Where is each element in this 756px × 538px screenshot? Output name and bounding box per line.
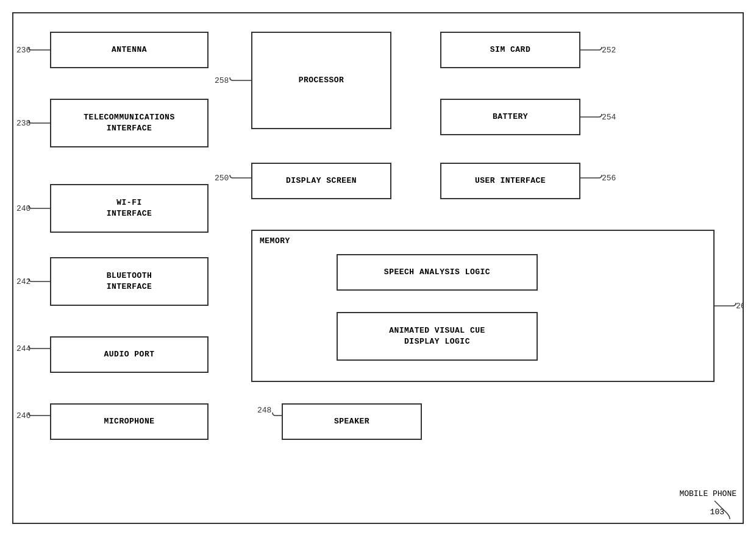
svg-text:256: 256 <box>602 174 616 183</box>
audio-block: AUDIO PORT <box>50 336 209 373</box>
battery-block: BATTERY <box>440 99 580 135</box>
mobile-phone-ref: 103 <box>710 508 724 517</box>
animated-block: ANIMATED VISUAL CUE DISPLAY LOGIC <box>337 312 538 361</box>
wifi-block: WI-FI INTERFACE <box>50 184 209 233</box>
svg-text:254: 254 <box>602 113 616 122</box>
diagram-container: 236 238 240 242 244 246 258 250 252 <box>12 12 744 524</box>
display-block: DISPLAY SCREEN <box>251 163 391 199</box>
userinterface-block: USER INTERFACE <box>440 163 580 199</box>
svg-text:248: 248 <box>257 406 271 415</box>
svg-text:246: 246 <box>16 411 30 420</box>
microphone-block: MICROPHONE <box>50 403 209 440</box>
svg-text:242: 242 <box>16 277 30 286</box>
svg-text:250: 250 <box>215 174 229 183</box>
speaker-block: SPEAKER <box>282 403 422 440</box>
svg-text:260: 260 <box>736 302 743 311</box>
svg-text:236: 236 <box>16 46 30 55</box>
svg-text:252: 252 <box>602 46 616 55</box>
processor-block: PROCESSOR <box>251 32 391 129</box>
svg-text:244: 244 <box>16 344 31 353</box>
telecom-block: TELECOMMUNICATIONS INTERFACE <box>50 99 209 147</box>
antenna-block: ANTENNA <box>50 32 209 68</box>
bluetooth-block: BLUETOOTH INTERFACE <box>50 257 209 306</box>
svg-text:258: 258 <box>215 76 229 85</box>
svg-text:240: 240 <box>16 204 30 213</box>
speech-block: SPEECH ANALYSIS LOGIC <box>337 254 538 291</box>
svg-text:238: 238 <box>16 119 30 128</box>
simcard-block: SIM CARD <box>440 32 580 68</box>
mobile-phone-label: MOBILE PHONE <box>679 489 736 498</box>
